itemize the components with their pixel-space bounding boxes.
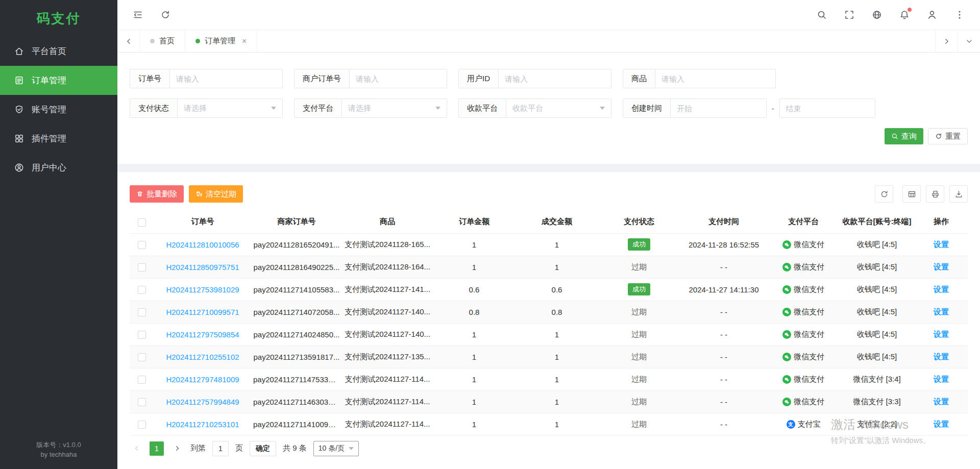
receive-platform-select[interactable]: 收款平台: [506, 98, 611, 118]
trash-icon: [136, 190, 143, 198]
sidebar-item-user-center[interactable]: 用户中心: [0, 153, 117, 182]
platform-cell: 微信支付: [768, 256, 839, 278]
pay-status-select[interactable]: 请选择: [178, 98, 283, 118]
filter-label: 创建时间: [623, 98, 671, 118]
table-row: H2024112710255102pay2024112713591817...支…: [130, 345, 968, 368]
order-amount-cell: 1: [433, 413, 516, 435]
row-settings-link[interactable]: 设置: [934, 375, 949, 383]
table-refresh-button[interactable]: [875, 185, 893, 203]
row-settings-link[interactable]: 设置: [934, 352, 949, 361]
deal-amount-cell: 1: [516, 233, 598, 256]
tab-label: 首页: [159, 36, 175, 46]
columns-icon: [908, 190, 916, 199]
row-checkbox[interactable]: [138, 398, 146, 406]
page-size-select[interactable]: 10 条/页: [313, 441, 359, 456]
deal-amount-cell: 1: [516, 345, 598, 368]
row-checkbox[interactable]: [138, 308, 146, 316]
user-id-input[interactable]: [499, 69, 611, 88]
tab-order-management[interactable]: 订单管理 ×: [185, 30, 257, 52]
platform-label: 微信支付: [794, 375, 824, 384]
table-row: H2024112810010056pay2024112816520491...支…: [130, 233, 968, 256]
row-settings-link[interactable]: 设置: [934, 240, 949, 249]
order-no-cell: H2024112710253101: [154, 413, 251, 435]
chevron-left-icon: [125, 38, 132, 45]
platform-cell: 微信支付: [768, 278, 839, 301]
sidebar-item-accounts[interactable]: 账号管理: [0, 95, 117, 124]
row-checkbox[interactable]: [138, 353, 146, 361]
row-settings-link[interactable]: 设置: [934, 307, 949, 316]
row-settings-link[interactable]: 设置: [934, 262, 949, 271]
order-no-cell: H2024112710255102: [154, 345, 251, 368]
product-cell: 支付测试20241127-140...: [342, 301, 433, 323]
order-no-link[interactable]: H2024112850975751: [166, 263, 239, 271]
end-date-input[interactable]: [779, 98, 876, 118]
chevron-down-icon: [349, 447, 354, 450]
collapse-sidebar-button[interactable]: [128, 5, 148, 25]
pagination: 1 到第 页 确定 共 9 条 10 条/页: [130, 441, 968, 456]
fullscreen-button[interactable]: [839, 5, 860, 25]
row-settings-link[interactable]: 设置: [934, 419, 949, 428]
order-no-input[interactable]: [170, 69, 283, 88]
content-area: 订单号 商户订单号 用户ID 商品: [117, 53, 980, 469]
goto-confirm-button[interactable]: 确定: [250, 441, 276, 456]
reset-button[interactable]: 重置: [928, 128, 968, 144]
clear-expired-button[interactable]: 清空过期: [189, 185, 243, 203]
tabs-scroll-right-button[interactable]: [935, 30, 958, 52]
order-no-link[interactable]: H2024112710253101: [166, 420, 239, 429]
tab-home[interactable]: 首页: [140, 30, 185, 52]
sidebar-item-orders[interactable]: 订单管理: [0, 66, 117, 95]
wechat-pay-icon: [782, 353, 791, 361]
merchant-no-cell: pay202411271147533581: [251, 368, 342, 390]
pay-platform-select[interactable]: 请选择: [342, 98, 447, 118]
table-columns-button[interactable]: [902, 185, 921, 203]
notifications-button[interactable]: [894, 5, 915, 25]
start-date-input[interactable]: [671, 98, 767, 118]
order-no-link[interactable]: H2024112757994849: [166, 398, 239, 406]
order-amount-cell: 1: [433, 256, 516, 278]
wechat-pay-icon: [782, 263, 791, 271]
order-no-link[interactable]: H2024112710099571: [166, 308, 239, 316]
row-checkbox[interactable]: [138, 331, 146, 339]
goto-page-input[interactable]: [212, 441, 229, 456]
tabs-menu-button[interactable]: [958, 30, 980, 52]
language-button[interactable]: [867, 5, 887, 25]
batch-delete-button[interactable]: 批量删除: [130, 185, 184, 203]
order-no-link[interactable]: H2024112810010056: [166, 240, 239, 249]
table-print-button[interactable]: [926, 185, 944, 203]
deal-amount-cell: 0.8: [516, 301, 598, 323]
order-no-link[interactable]: H2024112797509854: [166, 330, 239, 339]
order-no-link[interactable]: H2024112753981029: [166, 285, 239, 294]
table-export-button[interactable]: [949, 185, 968, 203]
product-input[interactable]: [655, 69, 776, 88]
select-all-checkbox[interactable]: [138, 218, 146, 227]
sidebar-item-home[interactable]: 平台首页: [0, 37, 117, 66]
order-no-link[interactable]: H2024112797481009: [166, 375, 239, 384]
row-checkbox[interactable]: [138, 421, 146, 429]
sidebar-item-plugins[interactable]: 插件管理: [0, 124, 117, 153]
user-menu-button[interactable]: [922, 5, 942, 25]
tab-close-icon[interactable]: ×: [242, 37, 247, 45]
row-checkbox[interactable]: [138, 241, 146, 249]
deal-amount-cell: 1: [516, 390, 598, 413]
refresh-page-button[interactable]: [155, 5, 176, 25]
row-settings-link[interactable]: 设置: [934, 285, 949, 293]
prev-page-button[interactable]: [130, 441, 143, 456]
tabbar-spacer: [257, 30, 935, 52]
tabs-scroll-left-button[interactable]: [117, 30, 140, 52]
row-checkbox[interactable]: [138, 376, 146, 384]
deal-amount-cell: 1: [516, 368, 598, 390]
row-settings-link[interactable]: 设置: [934, 397, 949, 406]
merchant-order-no-input[interactable]: [350, 69, 447, 88]
row-checkbox[interactable]: [138, 286, 146, 294]
row-checkbox[interactable]: [138, 263, 146, 271]
current-page-button[interactable]: 1: [150, 441, 164, 456]
grid-icon: [14, 134, 24, 143]
sidebar-menu: 平台首页 订单管理 账号管理 插件管理 用户中心: [0, 37, 117, 182]
search-submit-button[interactable]: 查询: [885, 128, 923, 144]
more-menu-button[interactable]: [949, 5, 970, 25]
order-no-link[interactable]: H2024112710255102: [166, 353, 239, 361]
merchant-no-cell: pay2024112713591817...: [251, 345, 342, 368]
global-search-button[interactable]: [812, 5, 832, 25]
next-page-button[interactable]: [170, 441, 184, 456]
row-settings-link[interactable]: 设置: [934, 330, 949, 338]
